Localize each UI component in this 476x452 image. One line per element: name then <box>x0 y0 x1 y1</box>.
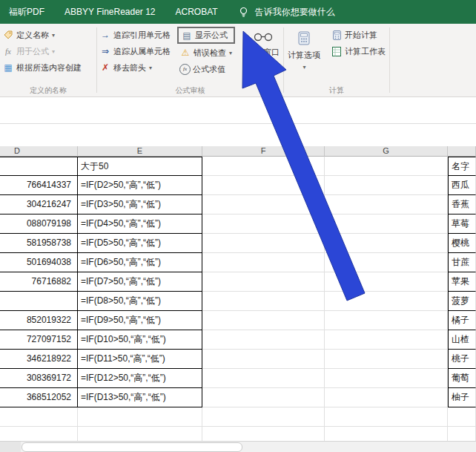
cell-E[interactable]: =IF(D9>50,“高”,“低”) <box>78 311 202 330</box>
cell-F[interactable] <box>202 176 325 195</box>
cell-F[interactable] <box>202 350 325 369</box>
cell-H[interactable]: 菠萝 <box>448 292 476 311</box>
column-header-D[interactable]: D <box>0 146 78 157</box>
tab-abbyy-finereader[interactable]: ABBYY FineReader 12 <box>65 7 156 17</box>
tab-acrobat[interactable]: ACROBAT <box>176 7 218 17</box>
cell-G[interactable] <box>325 350 448 369</box>
sheet-row: 304216247=IF(D3>50,“高”,“低”)香蕉 <box>0 195 476 214</box>
cell-H[interactable]: 草莓 <box>448 214 476 234</box>
cell-G[interactable] <box>325 253 448 272</box>
create-from-selection-button[interactable]: ▦ 根据所选内容创建 <box>0 59 85 76</box>
cell-G[interactable] <box>325 234 448 253</box>
cell-D[interactable]: 76716882 <box>0 272 78 292</box>
cell-H[interactable] <box>448 407 476 427</box>
cell-E[interactable]: =IF(D10>50,“高”,“低”) <box>78 330 202 350</box>
cell-E[interactable] <box>78 407 202 427</box>
cell-G[interactable] <box>325 388 448 407</box>
cell-G[interactable] <box>325 427 448 441</box>
cell-D[interactable]: 308369172 <box>0 369 78 388</box>
cell-G[interactable] <box>325 214 448 234</box>
cell-F[interactable] <box>202 369 325 388</box>
cell-F[interactable] <box>202 427 325 441</box>
cell-H[interactable] <box>448 427 476 441</box>
cell-D[interactable]: 581958738 <box>0 234 78 253</box>
cell-G[interactable] <box>325 311 448 330</box>
cell-F[interactable] <box>202 195 325 214</box>
cell-H[interactable]: 葡萄 <box>448 369 476 388</box>
scrollbar-thumb[interactable] <box>22 442 242 452</box>
show-formulas-button[interactable]: ▤ 显示公式 <box>179 28 234 42</box>
cell-E[interactable]: 大于50 <box>78 157 202 176</box>
use-in-formula-button[interactable]: fx 用于公式 ▾ <box>0 43 59 59</box>
watch-window-button[interactable]: 监视窗口 <box>243 27 283 58</box>
cell-H[interactable]: 橘子 <box>448 311 476 330</box>
trace-precedents-button[interactable]: → 追踪引用单元格 <box>97 27 174 43</box>
cell-F[interactable] <box>202 311 325 330</box>
cell-H[interactable]: 名字 <box>448 157 476 176</box>
cell-D[interactable]: 766414337 <box>0 176 78 195</box>
cell-E[interactable]: =IF(D2>50,“高”,“低”) <box>78 176 202 195</box>
cell-D[interactable]: 346218922 <box>0 350 78 369</box>
cell-D[interactable]: 501694038 <box>0 253 78 272</box>
cell-E[interactable] <box>78 427 202 441</box>
cell-H[interactable]: 山楂 <box>448 330 476 350</box>
cell-E[interactable]: =IF(D4>50,“高”,“低”) <box>78 214 202 234</box>
evaluate-formula-button[interactable]: fx 公式求值 <box>177 61 236 77</box>
cell-H[interactable]: 香蕉 <box>448 195 476 214</box>
calculate-now-button[interactable]: 开始计算 <box>328 27 389 43</box>
cell-H[interactable]: 樱桃 <box>448 234 476 253</box>
cell-D[interactable]: 727097152 <box>0 330 78 350</box>
tell-me-box[interactable]: 告诉我你想要做什么 <box>238 6 335 19</box>
cell-E[interactable]: =IF(D5>50,“高”,“低”) <box>78 234 202 253</box>
cell-D[interactable]: 304216247 <box>0 195 78 214</box>
cell-G[interactable] <box>325 157 448 176</box>
cell-E[interactable]: =IF(D7>50,“高”,“低”) <box>78 272 202 292</box>
cell-H[interactable]: 甘蔗 <box>448 253 476 272</box>
trace-dependents-button[interactable]: ⇒ 追踪从属单元格 <box>97 43 174 59</box>
cell-D[interactable] <box>0 407 78 427</box>
cell-H[interactable]: 苹果 <box>448 272 476 292</box>
tab-foxit-pdf[interactable]: 福昕PDF <box>9 6 44 19</box>
column-header-F[interactable]: F <box>202 146 325 157</box>
cell-H[interactable]: 桃子 <box>448 350 476 369</box>
cell-D[interactable]: 088079198 <box>0 214 78 234</box>
cell-G[interactable] <box>325 176 448 195</box>
cell-F[interactable] <box>202 388 325 407</box>
cell-G[interactable] <box>325 330 448 350</box>
cell-F[interactable] <box>202 234 325 253</box>
cell-F[interactable] <box>202 330 325 350</box>
cell-E[interactable]: =IF(D3>50,“高”,“低”) <box>78 195 202 214</box>
cell-F[interactable] <box>202 272 325 292</box>
cell-G[interactable] <box>325 195 448 214</box>
define-name-button[interactable]: 定义名称 ▾ <box>0 27 59 43</box>
column-header-E[interactable]: E <box>78 146 202 157</box>
cell-D[interactable]: 368512052 <box>0 388 78 407</box>
cell-F[interactable] <box>202 214 325 234</box>
cell-D[interactable] <box>0 427 78 441</box>
calculate-sheet-button[interactable]: 计算工作表 <box>328 43 389 59</box>
cell-D[interactable] <box>0 157 78 176</box>
cell-E[interactable]: =IF(D13>50,“高”,“低”) <box>78 388 202 407</box>
cell-F[interactable] <box>202 407 325 427</box>
cell-H[interactable]: 西瓜 <box>448 176 476 195</box>
cell-E[interactable]: =IF(D6>50,“高”,“低”) <box>78 253 202 272</box>
remove-arrows-button[interactable]: ✗ 移去箭头 ▾ <box>97 59 174 76</box>
cell-H[interactable]: 柚子 <box>448 388 476 407</box>
cell-E[interactable]: =IF(D12>50,“高”,“低”) <box>78 369 202 388</box>
cell-G[interactable] <box>325 407 448 427</box>
horizontal-scrollbar[interactable] <box>0 441 476 452</box>
column-header-G[interactable]: G <box>325 146 448 157</box>
cell-G[interactable] <box>325 369 448 388</box>
error-checking-button[interactable]: ⚠ 错误检查 ▾ <box>177 45 236 61</box>
cell-D[interactable] <box>0 292 78 311</box>
cell-G[interactable] <box>325 292 448 311</box>
cell-F[interactable] <box>202 253 325 272</box>
cell-G[interactable] <box>325 272 448 292</box>
cell-F[interactable] <box>202 292 325 311</box>
cell-E[interactable]: =IF(D11>50,“高”,“低”) <box>78 350 202 369</box>
column-header-partial[interactable] <box>448 146 476 157</box>
cell-E[interactable]: =IF(D8>50,“高”,“低”) <box>78 292 202 311</box>
calculation-options-button[interactable]: 计算选项 ▾ <box>284 27 324 71</box>
cell-F[interactable] <box>202 157 325 176</box>
cell-D[interactable]: 852019322 <box>0 311 78 330</box>
